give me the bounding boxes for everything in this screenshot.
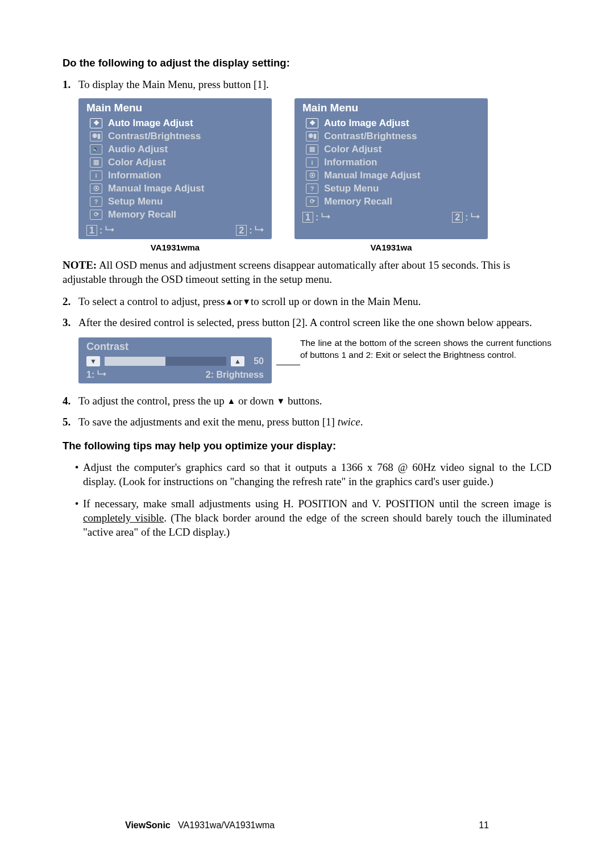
osd-item: ?Setup Menu <box>306 182 480 195</box>
t: To select a control to adjust, press <box>78 295 225 307</box>
step-5: 5. To save the adjustments and exit the … <box>63 415 551 429</box>
audio-icon: 🔈 <box>90 144 102 155</box>
osd-label: Color Adjust <box>108 157 165 168</box>
osd-item: iInformation <box>90 169 264 182</box>
t: buttons. <box>285 395 322 407</box>
step-text: To select a control to adjust, press▲or▼… <box>78 294 551 308</box>
osd-label: Audio Adjust <box>108 144 168 155</box>
key-1: 1 <box>302 212 313 223</box>
page: Do the following to adjust the display s… <box>63 57 551 863</box>
t: or down <box>235 395 276 407</box>
osd-foot-left: 1: ⮡ <box>302 212 330 223</box>
section-heading: The following tips may help you optimize… <box>63 440 551 452</box>
step-text: To adjust the control, press the up ▲ or… <box>78 394 551 408</box>
page-footer: ViewSonic VA1931wa/VA1931wma 11 <box>125 820 489 831</box>
osd-item: ✺▮Contrast/Brightness <box>90 130 264 143</box>
osd-item: iInformation <box>306 156 480 169</box>
tip-2: • If necessary, make small adjustments u… <box>70 496 551 539</box>
footer-left: ViewSonic VA1931wa/VA1931wma <box>125 820 275 831</box>
osd-panel-wa: Main Menu ✥Auto Image Adjust ✺▮Contrast/… <box>294 98 488 239</box>
key-1: 1 <box>86 225 97 236</box>
key-1: 1 <box>86 370 92 379</box>
contrast-panel: Contrast ▼ ▲ 50 1: ⮡ 2: Brightness <box>78 337 272 383</box>
osd-foot-left: 1: ⮡ <box>86 226 114 236</box>
osd-captions: VA1931wma VA1931wa <box>78 243 551 252</box>
footer-model: VA1931wa/VA1931wma <box>178 820 275 830</box>
osd-item: ▥Color Adjust <box>306 143 480 156</box>
enter-icon: : ⮡ <box>249 226 264 235</box>
page-number: 11 <box>479 820 489 831</box>
tip-text: If necessary, make small adjustments usi… <box>83 496 551 539</box>
contrast-icon: ✺▮ <box>306 131 318 141</box>
contrast-row: Contrast ▼ ▲ 50 1: ⮡ 2: Brightness The l… <box>78 337 551 383</box>
contrast-note: The line at the bottom of the screen sho… <box>300 337 551 361</box>
osd-item: ✥Auto Image Adjust <box>306 116 480 130</box>
recall-icon: ⟳ <box>306 197 318 207</box>
osd-label: Information <box>324 157 377 168</box>
underlined: completely visible <box>83 512 164 524</box>
leader-line <box>276 365 300 365</box>
exit-icon: : ⮡ <box>316 212 330 222</box>
osd-panel-wma: Main Menu ✥Auto Image Adjust ✺▮Contrast/… <box>78 98 272 239</box>
auto-image-icon: ✥ <box>90 118 102 128</box>
enter-icon: : ⮡ <box>465 212 480 222</box>
osd-items: ✥Auto Image Adjust ✺▮Contrast/Brightness… <box>78 116 272 223</box>
brightness-label: : Brightness <box>211 370 264 379</box>
contrast-footer: 1: ⮡ 2: Brightness <box>84 370 266 380</box>
recall-icon: ⟳ <box>90 210 102 220</box>
twice: twice <box>338 416 360 428</box>
key-2: 2 <box>236 225 247 236</box>
step-2: 2. To select a control to adjust, press▲… <box>63 294 551 308</box>
t: If necessary, make small adjustments usi… <box>83 498 551 510</box>
t: or <box>233 295 242 307</box>
key-2: 2 <box>452 212 463 223</box>
step-3: 3. After the desired control is selected… <box>63 315 551 329</box>
osd-label: Manual Image Adjust <box>108 183 204 194</box>
t: To adjust the control, press the up <box>78 395 227 407</box>
section-heading: Do the following to adjust the display s… <box>63 57 551 69</box>
step-text: After the desired control is selected, p… <box>78 315 551 329</box>
osd-title: Main Menu <box>294 98 488 116</box>
step-1: 1. To display the Main Menu, press butto… <box>63 77 551 91</box>
t: . <box>360 416 363 428</box>
triangle-down-icon: ▼ <box>242 297 251 308</box>
osd-label: Auto Image Adjust <box>108 118 193 129</box>
osd-foot-right: 2: ⮡ <box>236 226 264 236</box>
step-number: 5. <box>63 415 78 429</box>
osd-item: ▥Color Adjust <box>90 156 264 169</box>
triangle-up-icon: ▲ <box>231 356 244 366</box>
info-icon: i <box>306 157 318 168</box>
setup-icon: ? <box>306 183 318 194</box>
osd-label: Auto Image Adjust <box>324 118 409 129</box>
key-2: 2 <box>206 370 211 379</box>
slider-fill <box>105 357 165 366</box>
tip-1: • Adjust the computer's graphics card so… <box>70 460 551 489</box>
osd-footer: 1: ⮡ 2: ⮡ <box>294 210 488 226</box>
osd-item: ⦿Manual Image Adjust <box>306 169 480 182</box>
osd-title: Main Menu <box>78 98 272 116</box>
manual-icon: ⦿ <box>306 170 318 181</box>
osd-screenshots-row: Main Menu ✥Auto Image Adjust ✺▮Contrast/… <box>78 98 551 239</box>
osd-item: ✺▮Contrast/Brightness <box>306 130 480 143</box>
setup-icon: ? <box>90 197 102 207</box>
note-text: All OSD menus and adjustment screens dis… <box>63 259 511 285</box>
slider-track <box>105 357 226 366</box>
foot-left: 1: ⮡ <box>86 370 106 380</box>
osd-label: Setup Menu <box>324 183 379 194</box>
contrast-note-col: The line at the bottom of the screen sho… <box>300 337 551 383</box>
triangle-down-icon: ▼ <box>276 396 285 407</box>
caption-wma: VA1931wma <box>78 243 272 252</box>
osd-label: Information <box>108 170 161 181</box>
osd-label: Contrast/Brightness <box>324 131 417 142</box>
osd-label: Memory Recall <box>108 209 176 220</box>
note: NOTE: All OSD menus and adjustment scree… <box>63 258 551 286</box>
step-4: 4. To adjust the control, press the up ▲… <box>63 394 551 408</box>
step-number: 3. <box>63 315 78 329</box>
foot-right: 2: Brightness <box>206 370 264 380</box>
footer-brand: ViewSonic <box>125 820 171 830</box>
auto-image-icon: ✥ <box>306 118 318 128</box>
osd-item: ⦿Manual Image Adjust <box>90 182 264 195</box>
step-text: To save the adjustments and exit the men… <box>78 415 551 429</box>
osd-footer: 1: ⮡ 2: ⮡ <box>78 223 272 239</box>
step-number: 4. <box>63 394 78 408</box>
